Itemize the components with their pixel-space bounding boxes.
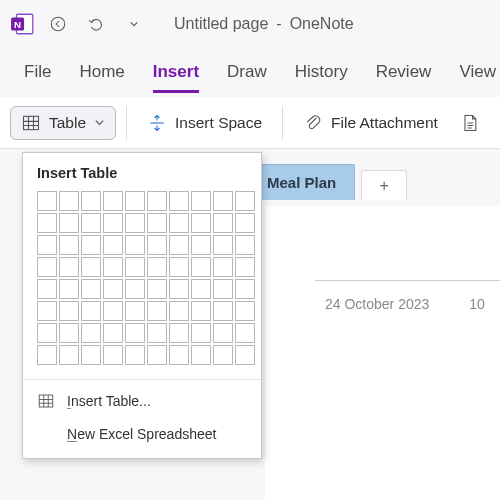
menu-insert[interactable]: Insert xyxy=(153,62,199,93)
grid-cell[interactable] xyxy=(169,323,189,343)
menu-history[interactable]: History xyxy=(295,62,348,93)
grid-cell[interactable] xyxy=(235,235,255,255)
grid-cell[interactable] xyxy=(59,279,79,299)
insert-space-button[interactable]: Insert Space xyxy=(137,107,272,139)
grid-cell[interactable] xyxy=(169,235,189,255)
grid-cell[interactable] xyxy=(235,257,255,277)
grid-cell[interactable] xyxy=(37,345,57,365)
grid-cell[interactable] xyxy=(103,345,123,365)
grid-cell[interactable] xyxy=(235,213,255,233)
grid-cell[interactable] xyxy=(147,213,167,233)
grid-cell[interactable] xyxy=(125,257,145,277)
grid-cell[interactable] xyxy=(125,279,145,299)
grid-cell[interactable] xyxy=(81,279,101,299)
table-button[interactable]: Table xyxy=(10,106,116,140)
quick-access-more-icon[interactable] xyxy=(118,8,150,40)
grid-cell[interactable] xyxy=(191,191,211,211)
grid-cell[interactable] xyxy=(81,345,101,365)
grid-cell[interactable] xyxy=(191,279,211,299)
grid-cell[interactable] xyxy=(81,235,101,255)
grid-cell[interactable] xyxy=(169,301,189,321)
grid-cell[interactable] xyxy=(103,301,123,321)
grid-cell[interactable] xyxy=(103,279,123,299)
grid-cell[interactable] xyxy=(59,235,79,255)
add-section-button[interactable]: + xyxy=(361,170,407,200)
grid-cell[interactable] xyxy=(235,323,255,343)
grid-cell[interactable] xyxy=(59,257,79,277)
grid-cell[interactable] xyxy=(37,213,57,233)
grid-cell[interactable] xyxy=(81,257,101,277)
grid-cell[interactable] xyxy=(235,301,255,321)
grid-cell[interactable] xyxy=(103,323,123,343)
grid-cell[interactable] xyxy=(81,191,101,211)
grid-cell[interactable] xyxy=(125,301,145,321)
file-attachment-button[interactable]: File Attachment xyxy=(293,107,448,139)
grid-cell[interactable] xyxy=(191,213,211,233)
table-size-grid[interactable] xyxy=(23,191,261,375)
grid-cell[interactable] xyxy=(213,257,233,277)
grid-cell[interactable] xyxy=(213,213,233,233)
grid-cell[interactable] xyxy=(235,279,255,299)
grid-cell[interactable] xyxy=(147,235,167,255)
grid-cell[interactable] xyxy=(147,279,167,299)
grid-cell[interactable] xyxy=(103,257,123,277)
menu-review[interactable]: Review xyxy=(376,62,432,93)
back-button[interactable] xyxy=(42,8,74,40)
grid-cell[interactable] xyxy=(169,345,189,365)
grid-cell[interactable] xyxy=(147,191,167,211)
menu-draw[interactable]: Draw xyxy=(227,62,267,93)
grid-cell[interactable] xyxy=(59,345,79,365)
grid-cell[interactable] xyxy=(81,213,101,233)
grid-cell[interactable] xyxy=(191,235,211,255)
grid-cell[interactable] xyxy=(125,323,145,343)
grid-cell[interactable] xyxy=(191,323,211,343)
grid-cell[interactable] xyxy=(59,323,79,343)
grid-cell[interactable] xyxy=(103,235,123,255)
grid-cell[interactable] xyxy=(125,345,145,365)
file-printout-button[interactable] xyxy=(458,107,482,139)
grid-cell[interactable] xyxy=(37,191,57,211)
grid-cell[interactable] xyxy=(81,301,101,321)
grid-cell[interactable] xyxy=(213,279,233,299)
grid-cell[interactable] xyxy=(169,213,189,233)
grid-cell[interactable] xyxy=(213,345,233,365)
grid-cell[interactable] xyxy=(147,301,167,321)
grid-cell[interactable] xyxy=(213,301,233,321)
grid-cell[interactable] xyxy=(213,191,233,211)
grid-cell[interactable] xyxy=(125,213,145,233)
grid-cell[interactable] xyxy=(37,235,57,255)
grid-cell[interactable] xyxy=(169,257,189,277)
new-excel-menu-item[interactable]: New Excel Spreadsheet xyxy=(23,418,261,450)
grid-cell[interactable] xyxy=(59,213,79,233)
grid-cell[interactable] xyxy=(81,323,101,343)
menu-file[interactable]: File xyxy=(24,62,51,93)
grid-cell[interactable] xyxy=(59,191,79,211)
menu-view[interactable]: View xyxy=(459,62,496,93)
grid-cell[interactable] xyxy=(37,257,57,277)
grid-cell[interactable] xyxy=(37,323,57,343)
grid-cell[interactable] xyxy=(59,301,79,321)
grid-cell[interactable] xyxy=(191,257,211,277)
grid-cell[interactable] xyxy=(213,235,233,255)
grid-cell[interactable] xyxy=(235,345,255,365)
grid-cell[interactable] xyxy=(147,257,167,277)
page-canvas[interactable]: 24 October 2023 10 xyxy=(265,206,500,500)
grid-cell[interactable] xyxy=(147,323,167,343)
grid-cell[interactable] xyxy=(191,345,211,365)
grid-cell[interactable] xyxy=(37,279,57,299)
grid-cell[interactable] xyxy=(169,191,189,211)
grid-cell[interactable] xyxy=(103,191,123,211)
grid-cell[interactable] xyxy=(103,213,123,233)
grid-cell[interactable] xyxy=(147,345,167,365)
grid-cell[interactable] xyxy=(169,279,189,299)
menu-home[interactable]: Home xyxy=(79,62,124,93)
grid-cell[interactable] xyxy=(125,191,145,211)
grid-cell[interactable] xyxy=(37,301,57,321)
undo-button[interactable] xyxy=(80,8,112,40)
grid-cell[interactable] xyxy=(213,323,233,343)
insert-table-menu-item[interactable]: Insert Table... xyxy=(23,384,261,418)
grid-cell[interactable] xyxy=(235,191,255,211)
grid-cell[interactable] xyxy=(125,235,145,255)
grid-cell[interactable] xyxy=(191,301,211,321)
section-tab-meal-plan[interactable]: Meal Plan xyxy=(248,164,355,200)
